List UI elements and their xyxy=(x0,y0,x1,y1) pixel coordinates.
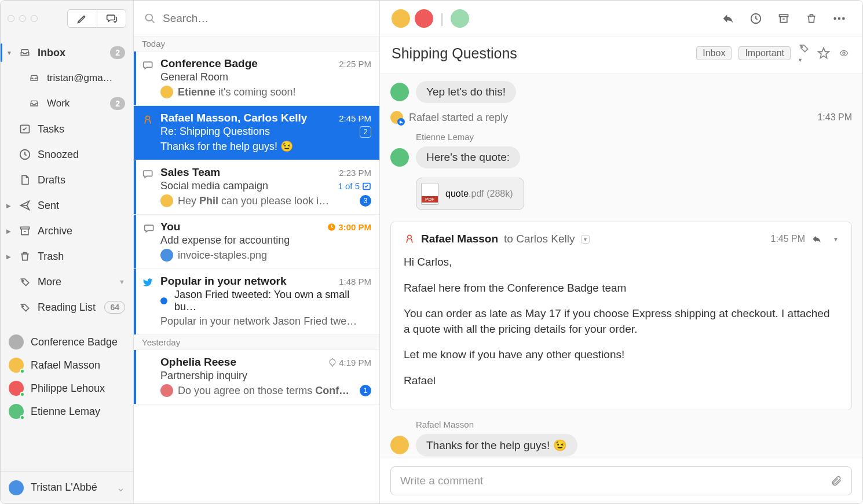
trash-button[interactable] xyxy=(800,8,823,29)
avatar xyxy=(9,334,24,350)
nav-more[interactable]: More▼ xyxy=(1,269,133,295)
attachment[interactable]: quote.pdf (288k) xyxy=(416,178,524,210)
reply-button[interactable] xyxy=(811,234,827,244)
message-item[interactable]: Ophelia Reese 4:19 PM Partnership inquir… xyxy=(134,350,379,404)
chat-bubble: Here's the quote: xyxy=(416,146,520,168)
recipients-dropdown[interactable]: ▾ xyxy=(581,235,590,244)
chevron-right-icon: ▶ xyxy=(6,203,12,209)
more-button[interactable] xyxy=(828,8,851,29)
count-badge: 1 xyxy=(360,385,371,396)
nav-label: Work xyxy=(47,98,104,109)
participant-avatar[interactable] xyxy=(392,9,410,28)
subject: Social media campaign xyxy=(160,180,268,192)
chat-bubble: Yep let's do this! xyxy=(416,81,516,103)
compose-area: Write a comment xyxy=(380,458,862,503)
section-today: Today xyxy=(134,36,379,51)
from: Popular in your network xyxy=(160,275,334,288)
nav-label: Snoozed xyxy=(38,149,125,161)
tag-important[interactable]: Important xyxy=(738,46,791,60)
archive-button[interactable] xyxy=(772,8,795,29)
inbox-icon xyxy=(27,73,41,83)
tasks-icon xyxy=(18,123,32,135)
svg-rect-2 xyxy=(21,227,30,229)
subject: Re: Shipping Questions xyxy=(160,126,270,138)
comment-input[interactable]: Write a comment xyxy=(390,466,852,495)
email-body: Hi Carlos, Rafael here from the Conferen… xyxy=(404,255,839,389)
participant-avatar[interactable] xyxy=(451,9,469,28)
message-item-selected[interactable]: Rafael Masson, Carlos Kelly2:45 PM Re: S… xyxy=(134,106,379,160)
email-from: Rafael Masson xyxy=(421,233,498,245)
participant-avatar[interactable] xyxy=(415,9,433,28)
reader-header: Shipping Questions Inbox Important ▼ xyxy=(380,36,862,74)
chevron-right-icon: ▶ xyxy=(6,228,12,234)
svg-rect-10 xyxy=(780,14,788,16)
inbox-icon xyxy=(27,99,41,108)
message-item[interactable]: You 3:00 PM Add expense for accounting i… xyxy=(134,215,379,269)
reply-button[interactable] xyxy=(716,8,740,29)
search-bar[interactable] xyxy=(134,1,379,36)
paperclip-icon[interactable] xyxy=(831,474,842,487)
preview: Do you agree on those terms Conf… xyxy=(178,385,349,397)
inbox-icon xyxy=(18,47,32,58)
nav-sent[interactable]: ▶Sent xyxy=(1,193,133,218)
chat-icon xyxy=(142,168,155,180)
nav-label: Trash xyxy=(38,251,125,263)
compose-button[interactable] xyxy=(68,10,97,27)
document-icon xyxy=(18,174,32,186)
avatar xyxy=(9,381,24,396)
from: Rafael Masson, Carlos Kelly xyxy=(160,112,334,124)
svg-point-5 xyxy=(146,14,153,21)
avatar xyxy=(160,86,173,98)
tag-inbox[interactable]: Inbox xyxy=(696,46,732,60)
svg-point-4 xyxy=(23,306,24,307)
nav-account-2[interactable]: Work 2 xyxy=(1,91,133,116)
nav: ▼ Inbox 2 tristan@gma… Work 2 Tasks Snoo… xyxy=(1,36,133,471)
chevron-down-icon: ▼ xyxy=(119,278,125,285)
snooze-button[interactable] xyxy=(744,8,767,29)
archive-icon xyxy=(18,225,32,237)
nav-label: Drafts xyxy=(38,174,125,186)
chat-icon xyxy=(142,60,155,71)
sent-icon xyxy=(18,200,32,211)
app-icon xyxy=(142,114,153,126)
nav-inbox[interactable]: ▼ Inbox 2 xyxy=(1,40,133,65)
preview: invoice-staples.png xyxy=(178,249,267,262)
nav-tasks[interactable]: Tasks xyxy=(1,116,133,142)
watch-button[interactable] xyxy=(837,49,851,58)
nav-archive[interactable]: ▶Archive xyxy=(1,218,133,244)
contact-philippe[interactable]: Philippe Lehoux xyxy=(1,377,133,400)
email-card: Rafael Masson to Carlos Kelly ▾ 1:45 PM … xyxy=(390,222,852,410)
message-item[interactable]: Sales Team2:23 PM Social media campaign1… xyxy=(134,160,379,215)
contact-name: Etienne Lemay xyxy=(31,406,100,418)
contact-rafael[interactable]: Rafael Masson xyxy=(1,354,133,377)
nav-account-1[interactable]: tristan@gma… xyxy=(1,65,133,91)
chat-button[interactable] xyxy=(97,10,126,27)
avatar xyxy=(9,404,24,419)
subject: Add expense for accounting xyxy=(160,234,290,247)
avatar xyxy=(390,148,409,167)
nav-snoozed[interactable]: Snoozed xyxy=(1,142,133,167)
twitter-icon xyxy=(142,277,153,288)
svg-point-16 xyxy=(408,235,412,239)
nav-drafts[interactable]: Drafts xyxy=(1,167,133,193)
nav-reading-list[interactable]: Reading List64 xyxy=(1,295,133,320)
nav-trash[interactable]: ▶Trash xyxy=(1,244,133,269)
reader-pane: | Shipping Questions Inbox Important ▼ Y… xyxy=(380,1,862,503)
star-button[interactable] xyxy=(817,47,830,60)
preview: Etienne it's coming soon! xyxy=(178,86,296,98)
message-item[interactable]: Conference Badge2:25 PM General Room Eti… xyxy=(134,51,379,106)
chevron-down-icon[interactable]: ▼ xyxy=(833,236,839,242)
tag-button[interactable]: ▼ xyxy=(798,42,810,64)
chevron-down-icon: ▼ xyxy=(6,50,12,56)
app-icon xyxy=(404,233,415,245)
window-controls[interactable] xyxy=(8,15,38,22)
contact-etienne[interactable]: Etienne Lemay xyxy=(1,400,133,423)
time: 4:19 PM xyxy=(328,358,371,367)
search-input[interactable] xyxy=(163,12,369,25)
from: Ophelia Reese xyxy=(160,356,324,369)
contact-conference-badge[interactable]: Conference Badge xyxy=(1,330,133,354)
search-icon xyxy=(144,13,156,24)
message-item[interactable]: Popular in your network1:48 PM Jason Fri… xyxy=(134,269,379,335)
nav-label: Sent xyxy=(38,200,125,212)
current-user[interactable]: Tristan L'Abbé ⌄ xyxy=(1,471,133,503)
